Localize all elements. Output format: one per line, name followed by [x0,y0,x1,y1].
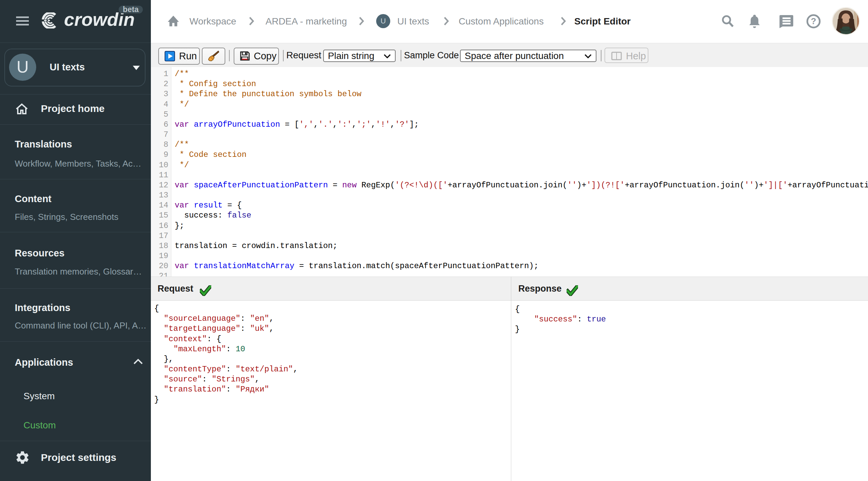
svg-text:?: ? [811,16,816,26]
